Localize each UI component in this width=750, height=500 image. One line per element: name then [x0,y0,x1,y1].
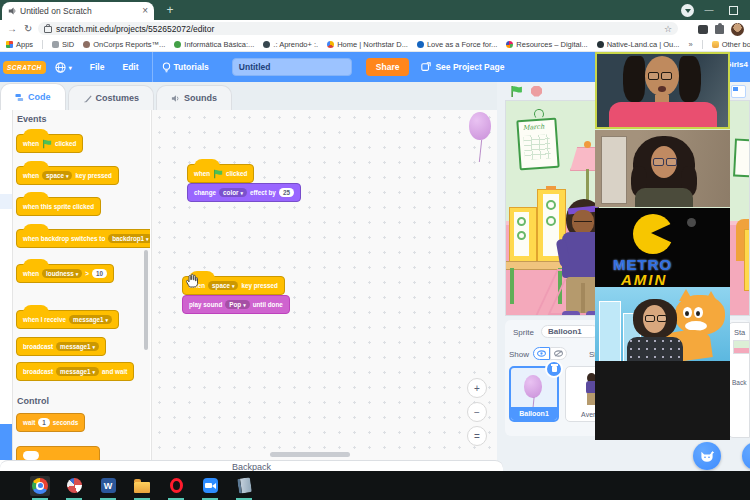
taskbar-chrome-button[interactable] [30,476,50,496]
bookmarks-overflow-chevron[interactable]: » [688,40,692,49]
hide-button[interactable] [550,347,567,360]
zoom-reset-button[interactable]: = [467,426,487,446]
video-feed-2[interactable] [595,130,730,207]
effect-dropdown[interactable]: color▾ [219,188,247,197]
forward-icon[interactable]: → [7,23,17,34]
tab-code[interactable]: Code [0,83,66,110]
script-play-sound-until-done[interactable]: play sound Pop▾ until done [182,295,290,314]
sprite-thumb-label: Balloon1 [511,407,557,420]
bookmark-oncorps[interactable]: OnCorps Reports™... [83,40,165,49]
palette-block-when-loudness[interactable]: when loudness▾ > 10 [16,264,114,283]
script-canvas[interactable]: when clicked change color▾ effect by 25 … [151,110,498,460]
file-explorer-icon [134,482,150,493]
bookmark-resources[interactable]: Resources – Digital... [506,40,587,49]
reload-icon[interactable]: ↻ [24,23,32,34]
taskbar-zoom-button[interactable] [200,476,220,496]
sprite-name-input[interactable]: Balloon1 [541,325,599,338]
key-dropdown[interactable]: space▾ [208,281,238,290]
scratch-logo[interactable]: SCRATCH [3,61,46,74]
canvas-horizontal-scrollbar[interactable] [270,452,350,457]
video-feed-5[interactable] [595,361,730,440]
number-input[interactable]: 25 [279,188,294,197]
balloon-sprite[interactable] [469,112,491,162]
minimize-button[interactable]: — [700,2,718,18]
taskbar-notebook-button[interactable] [234,476,254,496]
green-flag-button[interactable] [510,85,523,98]
message-dropdown[interactable]: message1▾ [69,315,112,324]
omnibox[interactable]: scratch.mit.edu/projects/552652072/edito… [38,22,678,35]
taskbar-opera-button[interactable] [166,476,186,496]
taskbar-app-button[interactable] [64,476,84,496]
backdrop-dropdown[interactable]: backdrop1▾ [108,234,150,243]
category-events-selected[interactable] [0,194,12,209]
loudness-dropdown[interactable]: loudness▾ [42,269,82,278]
backdrop-thumbnail[interactable] [733,340,750,354]
message-dropdown[interactable]: message1▾ [56,342,99,351]
tab-sounds[interactable]: Sounds [156,85,232,110]
share-button[interactable]: Share [366,58,410,76]
other-bookmarks[interactable]: Other bookmarks [712,40,750,49]
language-menu[interactable]: ▾ [46,52,81,82]
key-dropdown[interactable]: space▾ [42,171,72,180]
url-text[interactable]: scratch.mit.edu/projects/552652072/edito… [56,24,214,34]
bookmark-informatica[interactable]: Informática Básica:... [174,40,254,49]
bookmark-nativeland[interactable]: Native-Land.ca | Ou... [597,40,680,49]
extensions-puzzle-icon[interactable] [715,25,724,34]
zoom-in-button[interactable]: + [467,378,487,398]
number-input[interactable] [23,451,39,460]
block-category-column[interactable] [0,110,13,460]
bookmark-apps[interactable]: Apps [6,40,33,49]
project-name-input[interactable]: Untitled [232,58,352,76]
restore-button[interactable] [724,2,742,18]
palette-block-broadcast[interactable]: broadcast message1▾ [16,337,106,356]
browser-tab[interactable]: Untitled on Scratch × [2,2,154,20]
bookmark-sid[interactable]: SiD [52,40,74,49]
bookmark-label: SiD [62,40,74,49]
bookmark-star-icon[interactable]: ☆ [664,24,672,34]
stop-button[interactable] [531,86,542,97]
stage-selector[interactable]: Sta Back [728,322,750,438]
number-input[interactable]: 1 [38,418,50,427]
palette-block-when-key-pressed[interactable]: when space▾ key pressed [16,166,119,185]
extension-icon[interactable] [698,25,708,34]
add-extension-button[interactable] [0,424,12,460]
bookmark-aprendo[interactable]: .: Aprendo+ :. [263,40,318,49]
bookmark-northstar[interactable]: Home | Northstar D... [327,40,408,49]
palette-block-repeat-clipped[interactable] [16,446,100,460]
block-text: until done [253,301,283,308]
palette-block-when-backdrop-switches[interactable]: when backdrop switches to backdrop1▾ [16,229,150,248]
bookmark-love[interactable]: Love as a Force for... [417,40,497,49]
profile-avatar[interactable] [731,23,744,36]
titlebar-profile-icon[interactable] [681,4,694,17]
choose-backdrop-button[interactable] [742,442,750,470]
video-feed-3[interactable]: METRO AMIN [595,208,730,287]
taskbar-explorer-button[interactable] [132,476,152,496]
file-menu[interactable]: File [81,52,114,82]
tab-costumes[interactable]: Costumes [68,85,155,110]
sound-dropdown[interactable]: Pop▾ [225,300,249,309]
script-when-flag-clicked[interactable]: when clicked [187,164,254,183]
choose-sprite-button[interactable] [693,442,721,470]
palette-block-wait[interactable]: wait 1 seconds [16,413,85,432]
number-input[interactable]: 10 [92,269,107,278]
video-feed-1[interactable] [595,52,730,129]
show-button[interactable] [533,347,550,360]
see-project-page-button[interactable]: See Project Page [421,62,504,72]
video-feed-4[interactable] [595,287,730,361]
bookmark-label: Love as a Force for... [427,40,497,49]
script-change-color-effect[interactable]: change color▾ effect by 25 [187,183,301,202]
taskbar-word-button[interactable]: W [98,476,118,496]
palette-scrollbar[interactable] [144,250,148,350]
fullscreen-button[interactable] [731,85,746,98]
tutorials-menu[interactable]: Tutorials [152,52,218,82]
palette-block-when-i-receive[interactable]: when I receive message1▾ [16,310,119,329]
palette-block-when-flag-clicked[interactable]: when clicked [16,134,83,153]
message-dropdown[interactable]: message1▾ [56,367,99,376]
delete-sprite-button[interactable] [545,360,563,378]
palette-block-broadcast-and-wait[interactable]: broadcast message1▾ and wait [16,362,134,381]
tab-close-icon[interactable]: × [142,6,148,16]
new-tab-button[interactable]: + [162,2,178,18]
edit-menu[interactable]: Edit [113,52,147,82]
palette-block-when-sprite-clicked[interactable]: when this sprite clicked [16,197,101,216]
zoom-out-button[interactable]: − [467,402,487,422]
